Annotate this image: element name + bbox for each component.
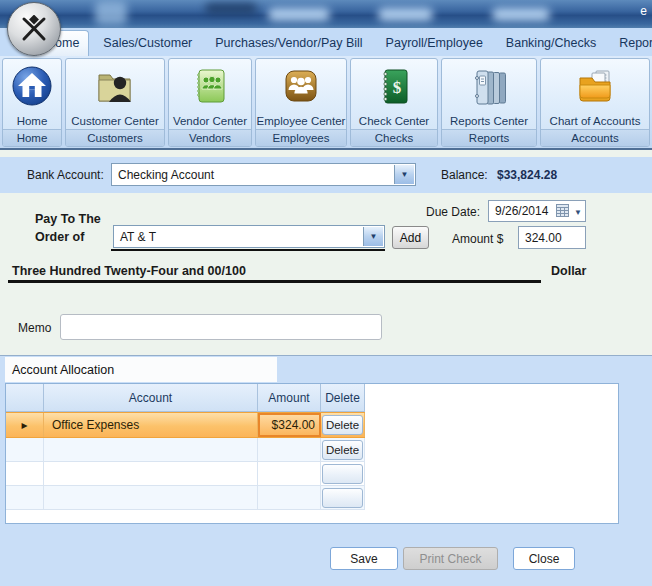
row-marker-header	[6, 384, 44, 412]
bank-account-label: Bank Account:	[27, 168, 104, 182]
titlebar-overflow-text: e	[640, 4, 647, 18]
table-row-empty[interactable]: Delete	[6, 438, 365, 462]
ribbon-button-chart-of-accounts[interactable]: Chart of Accounts Accounts	[540, 58, 650, 147]
bank-account-select[interactable]: Checking Account ▼	[111, 163, 416, 186]
table-row-empty[interactable]	[6, 462, 365, 486]
blurred-title-text	[205, 3, 257, 14]
delete-cell	[321, 462, 365, 486]
dollar-label: Dollar	[551, 264, 586, 278]
amount-words-underline	[8, 280, 541, 283]
table-header-row: Account Amount Delete	[6, 384, 365, 412]
tab-banking-checks[interactable]: Banking/Checks	[497, 31, 605, 56]
blurred-toolbar-item	[492, 8, 550, 21]
ribbon-button-employee-center[interactable]: Employee Center Employees	[255, 58, 347, 147]
ribbon-group-customers: Customers	[66, 129, 164, 146]
delete-row-button-blank[interactable]	[322, 464, 363, 484]
amount-input[interactable]: 324.00	[518, 226, 586, 249]
amount-cell[interactable]	[258, 438, 321, 462]
account-cell[interactable]	[44, 486, 258, 510]
ribbon-toolbar: Home Home Customer Center Customers	[0, 56, 652, 150]
delete-row-button-blank[interactable]	[322, 488, 363, 508]
main-menu-tabbar: Home Sales/Customer Purchases/Vendor/Pay…	[0, 28, 652, 56]
account-cell[interactable]	[44, 438, 258, 462]
memo-input[interactable]	[60, 314, 382, 340]
vendor-book-icon	[188, 62, 232, 110]
amount-in-words: Three Hundred Twenty-Four and 00/100	[12, 264, 246, 278]
close-button[interactable]: Close	[513, 547, 575, 570]
ribbon-group-home: Home	[3, 129, 61, 146]
home-icon	[10, 62, 54, 110]
application-menu-button[interactable]	[7, 2, 61, 56]
chevron-down-icon[interactable]: ▼	[363, 227, 383, 246]
order-of-label: Order of	[35, 230, 84, 244]
ribbon-group-checks: Checks	[351, 129, 437, 146]
ribbon-button-customer-center[interactable]: Customer Center Customers	[65, 58, 165, 147]
employees-icon	[279, 62, 323, 110]
delete-row-button[interactable]: Delete	[322, 415, 363, 435]
payee-value: AT & T	[120, 230, 156, 244]
reports-binders-icon	[466, 62, 512, 110]
ribbon-button-reports-center[interactable]: Reports Center Reports	[441, 58, 537, 147]
ribbon-group-vendors: Vendors	[169, 129, 251, 146]
ribbon-button-vendor-center[interactable]: Vendor Center Vendors	[168, 58, 252, 147]
payee-underline	[111, 249, 385, 251]
ribbon-button-home[interactable]: Home Home	[2, 58, 62, 147]
allocation-panel: Account Amount Delete ▸ Office Expenses …	[5, 383, 619, 524]
delete-row-button[interactable]: Delete	[322, 440, 363, 460]
svg-text:$: $	[393, 78, 402, 97]
blurred-toolbar-item	[378, 8, 433, 21]
tab-purchases-vendor-pay-bill[interactable]: Purchases/Vendor/Pay Bill	[206, 31, 371, 56]
allocation-title: Account Allocation	[12, 363, 114, 377]
calendar-icon[interactable]	[556, 204, 569, 220]
checkbook-icon: $	[372, 62, 416, 110]
accounts-folder-icon	[572, 62, 618, 110]
chevron-down-icon[interactable]: ▼	[574, 208, 582, 217]
bank-account-value: Checking Account	[118, 168, 214, 182]
table-row-office-expenses[interactable]: ▸ Office Expenses $324.00 Delete	[6, 412, 365, 438]
tab-sales-customer[interactable]: Sales/Customer	[94, 31, 201, 56]
balance-value: $33,824.28	[497, 168, 557, 182]
blurred-title-text	[95, 1, 127, 25]
balance-label: Balance:	[441, 168, 488, 182]
add-payee-button[interactable]: Add	[392, 226, 429, 249]
ribbon-button-check-center[interactable]: $ Check Center Checks	[350, 58, 438, 147]
due-date-label: Due Date:	[400, 205, 480, 219]
row-marker-cell	[6, 438, 44, 462]
ribbon-group-employees: Employees	[256, 129, 346, 146]
customer-folder-icon	[92, 62, 138, 110]
delete-cell: Delete	[321, 413, 365, 437]
title-bar: e	[0, 0, 652, 28]
table-row-empty[interactable]	[6, 486, 365, 510]
blurred-toolbar-item	[268, 8, 330, 21]
account-cell[interactable]	[44, 462, 258, 486]
pay-to-the-label: Pay To The	[35, 212, 101, 226]
ribbon-group-accounts: Accounts	[541, 129, 649, 146]
amount-cell-selected[interactable]: $324.00	[258, 413, 321, 437]
amount-label: Amount $	[452, 232, 503, 246]
row-marker-cell	[6, 486, 44, 510]
ribbon-group-reports: Reports	[442, 129, 536, 146]
tab-report[interactable]: Report	[610, 31, 652, 56]
account-column-header: Account	[44, 384, 258, 412]
payee-select[interactable]: AT & T ▼	[113, 225, 385, 248]
amount-column-header: Amount	[258, 384, 321, 412]
amount-cell[interactable]	[258, 486, 321, 510]
print-check-button[interactable]: Print Check	[403, 547, 498, 570]
memo-label: Memo	[18, 321, 51, 335]
due-date-picker[interactable]: 9/26/2014 ▼	[488, 200, 586, 222]
tab-payroll-employee[interactable]: Payroll/Employee	[377, 31, 492, 56]
row-marker-cell	[6, 462, 44, 486]
delete-column-header: Delete	[321, 384, 365, 412]
delete-cell	[321, 486, 365, 510]
chevron-down-icon[interactable]: ▼	[394, 165, 414, 184]
app-logo-icon	[19, 15, 49, 43]
delete-cell: Delete	[321, 438, 365, 462]
account-cell[interactable]: Office Expenses	[44, 413, 258, 437]
amount-cell[interactable]	[258, 462, 321, 486]
allocation-table: Account Amount Delete ▸ Office Expenses …	[6, 384, 365, 510]
row-marker-icon: ▸	[6, 413, 44, 437]
due-date-value: 9/26/2014	[495, 204, 548, 218]
save-button[interactable]: Save	[330, 547, 398, 570]
